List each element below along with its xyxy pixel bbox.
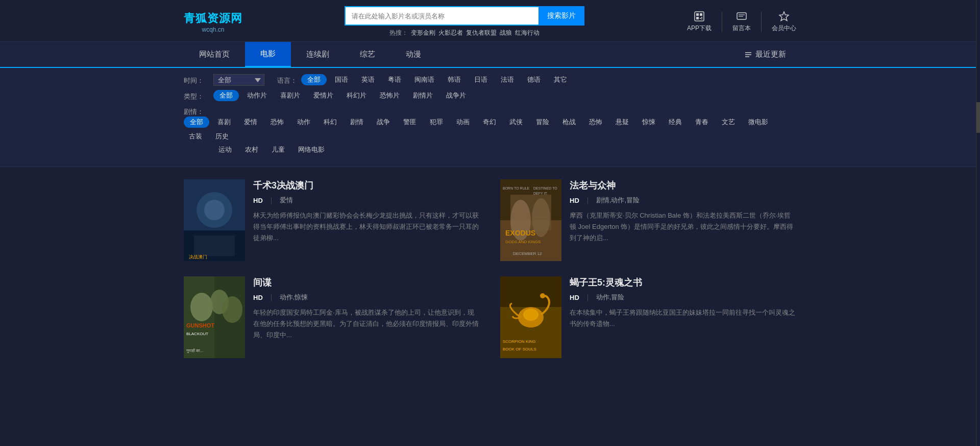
- plot-tag-classic[interactable]: 经典: [664, 116, 687, 128]
- hot-item-3[interactable]: 战狼: [500, 29, 512, 37]
- nav-anime[interactable]: 动漫: [390, 42, 436, 66]
- hot-search: 热搜： 变形金刚 火影忍者 复仇者联盟 战狼 红海行动: [389, 29, 540, 37]
- lang-tag-german[interactable]: 德语: [522, 74, 546, 85]
- plot-tag-rural[interactable]: 农村: [240, 144, 263, 155]
- plot-tag-police[interactable]: 警匪: [398, 116, 422, 128]
- plot-tag-mystery[interactable]: 悬疑: [610, 116, 634, 128]
- plot-tag-fantasy[interactable]: 奇幻: [478, 116, 501, 128]
- app-download-action[interactable]: APP下载: [687, 11, 712, 33]
- site-domain: wcqh.cn: [202, 26, 224, 33]
- plot-tag-adventure[interactable]: 冒险: [531, 116, 554, 128]
- plot-tag-horror[interactable]: 恐怖: [265, 116, 289, 128]
- movie-desc-3: 年轻的印度国安局特工阿金·库马，被战胜谋杀了他的上司，让他意识到，现在他的任务比…: [253, 307, 480, 341]
- movie-quality-3: HD: [253, 294, 263, 301]
- movie-genre-4: 动作,冒险: [596, 293, 625, 302]
- plot-tag-terror[interactable]: 恐怖: [584, 116, 607, 128]
- type-tag-action[interactable]: 动作片: [242, 90, 272, 101]
- movie-card-3[interactable]: GUNSHOT BLACKOUT गुनाहों का... 间谍 HD ｜ 动…: [184, 276, 480, 358]
- plot-tag-thriller[interactable]: 惊悚: [637, 116, 660, 128]
- movie-genre-2: 剧情,动作,冒险: [596, 196, 640, 205]
- svg-text:गुनाहों का...: गुनाहों का...: [186, 348, 204, 354]
- hot-label: 热搜：: [389, 29, 408, 37]
- lang-tag-mandarin[interactable]: 国语: [330, 74, 353, 85]
- lang-tag-french[interactable]: 法语: [496, 74, 519, 85]
- nav-variety[interactable]: 综艺: [345, 42, 390, 66]
- lang-tag-cantonese[interactable]: 粤语: [383, 74, 406, 85]
- nav-tv[interactable]: 连续剧: [291, 42, 345, 66]
- filter-row-plot: 剧情： 全部 喜剧 爱情 恐怖 动作 科幻 剧情 战争 警匪 犯罪 动画 奇幻 …: [184, 105, 796, 142]
- member-center-action[interactable]: 会员中心: [772, 11, 796, 33]
- plot-tag-comedy[interactable]: 喜剧: [212, 116, 236, 128]
- plot-tag-gunfight[interactable]: 枪战: [557, 116, 581, 128]
- type-tag-all[interactable]: 全部: [213, 90, 239, 101]
- nav-recent[interactable]: 最近更新: [734, 42, 796, 66]
- movie-meta-2: HD ｜ 剧情,动作,冒险: [570, 196, 796, 205]
- poster-2-image: BORN TO RULE DESTINED TO DEFY IT. EXODUS…: [500, 179, 561, 261]
- type-tag-drama[interactable]: 剧情片: [408, 90, 438, 101]
- lang-tag-english[interactable]: 英语: [356, 74, 380, 85]
- time-label: 时间：: [184, 74, 209, 85]
- hot-item-0[interactable]: 变形金刚: [411, 29, 435, 37]
- plot-tag-art[interactable]: 文艺: [717, 116, 740, 128]
- movie-card-1[interactable]: 决战澳门 千术3决战澳门 HD ｜ 爱情 林天为给师傅报仇向澳门赌彩协会会长梅少…: [184, 179, 480, 261]
- logo-area[interactable]: 青狐资源网 wcqh.cn: [184, 11, 242, 33]
- type-tag-scifi[interactable]: 科幻片: [341, 90, 372, 101]
- filter-row-plot-2: 运动 农村 儿童 网络电影: [213, 144, 796, 155]
- movie-poster-1: 决战澳门: [184, 179, 245, 261]
- nav-movie[interactable]: 电影: [245, 42, 291, 67]
- movie-desc-4: 在本续集中，蝎子王将跟随纳比亚国王的妹妹塔拉一同前往寻找一个叫灵魂之书的传奇遗物…: [570, 307, 796, 330]
- movie-card-2[interactable]: BORN TO RULE DESTINED TO DEFY IT. EXODUS…: [500, 179, 796, 261]
- type-tag-romance[interactable]: 爱情片: [308, 90, 338, 101]
- lang-tag-japanese[interactable]: 日语: [469, 74, 493, 85]
- plot-tag-animation[interactable]: 动画: [451, 116, 475, 128]
- type-tag-comedy[interactable]: 喜剧片: [275, 90, 305, 101]
- hot-item-1[interactable]: 火影忍者: [438, 29, 463, 37]
- plot-tag-drama[interactable]: 剧情: [345, 116, 369, 128]
- filter-row-time: 时间： 全部 2024 2023 2022 2021 2020 语言： 全部 国…: [184, 74, 796, 86]
- type-tag-horror[interactable]: 恐怖片: [375, 90, 405, 101]
- plot-tag-sports[interactable]: 运动: [213, 144, 237, 155]
- plot-tag-crime[interactable]: 犯罪: [425, 116, 448, 128]
- movie-quality-2: HD: [570, 197, 579, 204]
- plot-tag-action[interactable]: 动作: [292, 116, 315, 128]
- svg-point-33: [190, 293, 213, 321]
- plot-tag-youth[interactable]: 青春: [690, 116, 714, 128]
- search-input[interactable]: [345, 6, 538, 26]
- plot-tag-romance[interactable]: 爱情: [239, 116, 262, 128]
- plot-tag-wuxia[interactable]: 武侠: [504, 116, 528, 128]
- lang-tag-other[interactable]: 其它: [549, 74, 572, 85]
- lang-tag-korean[interactable]: 韩语: [443, 74, 466, 85]
- poster-3-image: GUNSHOT BLACKOUT गुनाहों का...: [184, 276, 245, 358]
- plot-tag-costume[interactable]: 古装: [184, 131, 207, 142]
- header-right: APP下载 留言本 会员中心: [687, 11, 796, 33]
- message-icon: [736, 11, 747, 22]
- app-download-icon: [694, 11, 705, 22]
- plot-tag-web[interactable]: 网络电影: [293, 144, 330, 155]
- svg-rect-0: [695, 12, 704, 21]
- search-area: 搜索影片 热搜： 变形金刚 火影忍者 复仇者联盟 战狼 红海行动: [345, 6, 584, 37]
- plot-tag-war[interactable]: 战争: [372, 116, 395, 128]
- time-select[interactable]: 全部 2024 2023 2022 2021 2020: [213, 74, 264, 86]
- search-button[interactable]: 搜索影片: [538, 6, 584, 26]
- plot-tag-history[interactable]: 历史: [210, 131, 234, 142]
- svg-text:SCORPION KING: SCORPION KING: [503, 339, 535, 344]
- lang-tag-hokkien[interactable]: 闽南语: [409, 74, 439, 85]
- plot-tag-all[interactable]: 全部: [184, 116, 209, 128]
- message-board-action[interactable]: 留言本: [732, 11, 751, 33]
- type-tag-war[interactable]: 战争片: [441, 90, 471, 101]
- movie-quality-1: HD: [253, 197, 263, 204]
- plot-tag-scifi[interactable]: 科幻: [318, 116, 342, 128]
- movie-card-4[interactable]: SCORPION KING BOOK OF SOULS 蝎子王5:灵魂之书 HD…: [500, 276, 796, 358]
- plot-tags: 全部 喜剧 爱情 恐怖 动作 科幻 剧情 战争 警匪 犯罪 动画 奇幻 武侠 冒…: [184, 116, 796, 142]
- plot-tag-children[interactable]: 儿童: [266, 144, 290, 155]
- movie-poster-2: BORN TO RULE DESTINED TO DEFY IT. EXODUS…: [500, 179, 561, 261]
- hot-item-4[interactable]: 红海行动: [515, 29, 540, 37]
- lang-tags: 全部 国语 英语 粤语 闽南语 韩语 日语 法语 德语 其它: [301, 74, 572, 85]
- scrollbar-thumb[interactable]: [976, 102, 980, 133]
- nav-home[interactable]: 网站首页: [184, 42, 245, 66]
- lang-tag-all[interactable]: 全部: [301, 74, 327, 85]
- hot-item-2[interactable]: 复仇者联盟: [466, 29, 497, 37]
- svg-rect-1: [696, 13, 699, 16]
- plot-tag-micro[interactable]: 微电影: [743, 116, 773, 128]
- movie-desc-1: 林天为给师傅报仇向澳门赌彩协会会长梅少龙提出挑战，只有这样，才可以获得当年师傅出…: [253, 210, 480, 244]
